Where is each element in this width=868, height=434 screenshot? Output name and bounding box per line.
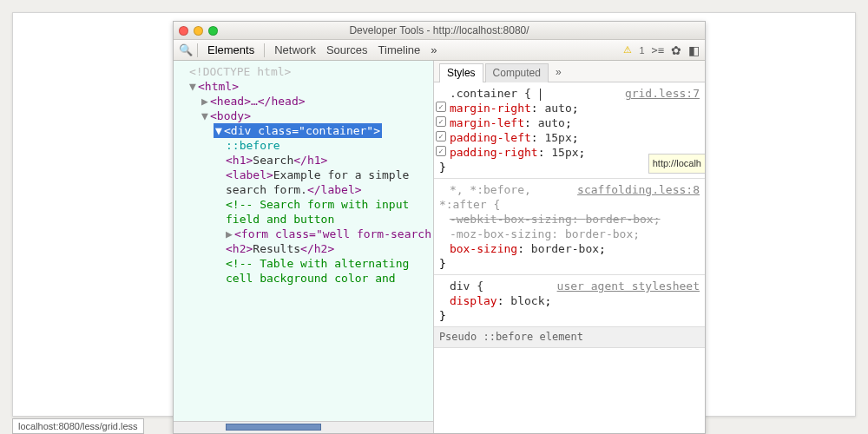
dom-label[interactable]: <label>Example for a simple search form.… <box>181 168 433 197</box>
pseudo-header: Pseudo ::before element <box>434 327 705 348</box>
disclosure-icon[interactable]: ▶ <box>201 94 210 108</box>
dom-h1[interactable]: <h1>Search</h1> <box>181 153 433 168</box>
css-selector[interactable]: .container { <box>450 87 542 100</box>
dom-selected-node[interactable]: ▼<div class="container"> <box>181 123 433 138</box>
disclosure-icon[interactable]: ▶ <box>226 227 234 241</box>
warning-count: 1 <box>639 45 644 56</box>
elements-panel[interactable]: <!DOCTYPE html> ▼<html> ▶<head>…</head> … <box>174 61 434 433</box>
dock-icon[interactable]: ◧ <box>688 43 700 57</box>
tab-overflow[interactable]: » <box>425 43 442 56</box>
tab-timeline[interactable]: Timeline <box>373 43 426 56</box>
main-content: <!DOCTYPE html> ▼<html> ▶<head>…</head> … <box>174 61 705 433</box>
tab-elements[interactable]: Elements <box>202 43 260 56</box>
status-bar: localhost:8080/less/grid.less <box>12 418 144 434</box>
dom-comment-2[interactable]: <!-- Table with alternating cell backgro… <box>181 256 433 286</box>
main-toolbar: 🔍 Elements Network Sources Timeline » ⚠1… <box>174 40 705 61</box>
css-selector[interactable]: div { <box>450 279 483 293</box>
devtools-window: Developer Tools - http://localhost:8080/… <box>173 21 706 434</box>
dom-comment-1[interactable]: <!-- Search form with input field and bu… <box>181 197 433 227</box>
tab-computed[interactable]: Computed <box>485 63 549 82</box>
tab-sources[interactable]: Sources <box>321 43 373 56</box>
styles-tabs: StylesComputed» <box>434 61 705 82</box>
property-toggle[interactable]: ✓ <box>436 131 446 141</box>
tab-network[interactable]: Network <box>269 43 321 56</box>
dom-doctype[interactable]: <!DOCTYPE html> <box>181 64 433 79</box>
dom-tree[interactable]: <!DOCTYPE html> ▼<html> ▶<head>…</head> … <box>174 61 433 286</box>
dom-head[interactable]: ▶<head>…</head> <box>181 94 433 108</box>
source-link[interactable]: grid.less:7 <box>625 86 700 101</box>
property-toggle[interactable]: ✓ <box>436 146 446 156</box>
styles-panel[interactable]: StylesComputed» grid.less:7 .container {… <box>434 61 705 433</box>
disclosure-icon[interactable]: ▼ <box>189 79 198 94</box>
dom-body[interactable]: ▼<body> <box>181 108 433 123</box>
tab-overflow[interactable]: » <box>550 63 567 82</box>
settings-icon[interactable]: ✿ <box>671 43 681 57</box>
warning-icon[interactable]: ⚠ <box>623 44 632 56</box>
search-icon[interactable]: 🔍 <box>179 43 193 56</box>
dom-form[interactable]: ▶<form class="well form-search">…</form> <box>181 227 433 241</box>
source-link: user agent stylesheet <box>557 279 700 293</box>
property-toggle[interactable]: ✓ <box>436 102 446 112</box>
property-toggle[interactable]: ✓ <box>436 116 446 127</box>
disclosure-icon[interactable]: ▼ <box>201 108 210 123</box>
dom-h2[interactable]: <h2>Results</h2> <box>181 241 433 256</box>
source-link[interactable]: scaffolding.less:8 <box>577 182 700 197</box>
css-rule[interactable]: user agent stylesheet div { display: blo… <box>434 275 705 327</box>
scrollbar-thumb[interactable] <box>226 424 321 431</box>
dom-html[interactable]: ▼<html> <box>181 79 433 94</box>
horizontal-scrollbar[interactable] <box>174 421 433 433</box>
tab-styles[interactable]: Styles <box>439 63 483 82</box>
window-title: Developer Tools - http://localhost:8080/ <box>174 24 705 36</box>
link-tooltip: http://localh <box>648 154 705 174</box>
disclosure-icon[interactable]: ▼ <box>215 123 224 138</box>
css-rule[interactable]: scaffolding.less:8 *, *:before, *:after … <box>434 179 705 275</box>
title-bar[interactable]: Developer Tools - http://localhost:8080/ <box>174 22 705 40</box>
console-toggle-icon[interactable]: >≡ <box>652 44 664 56</box>
dom-pseudo-before[interactable]: ::before <box>181 138 433 153</box>
css-selector[interactable]: *, *:before, <box>450 183 531 196</box>
